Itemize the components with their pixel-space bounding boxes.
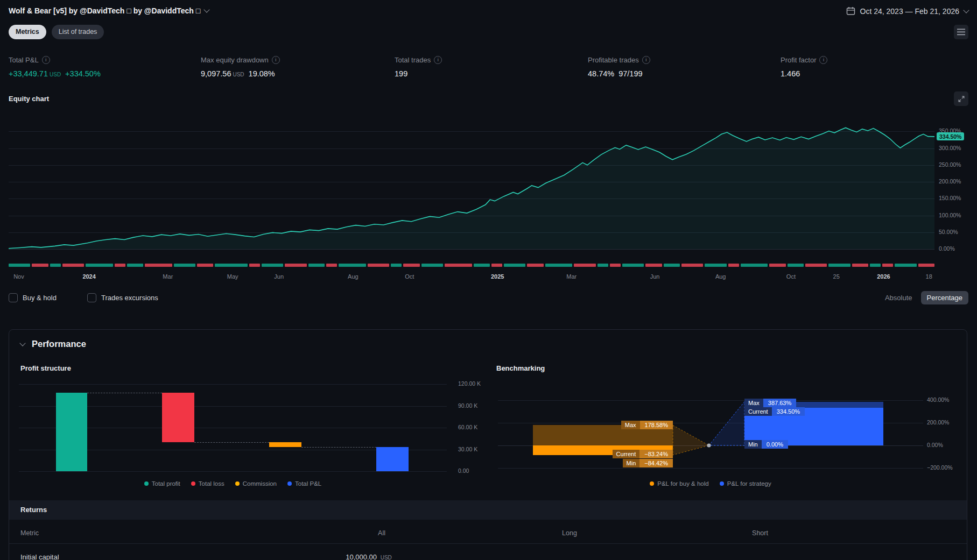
chip-value: −83.24% xyxy=(639,450,673,458)
strategy-connector-triangle xyxy=(709,402,744,445)
buyhold-min-chip: Min−84.42% xyxy=(623,459,673,467)
losing-trade-marker xyxy=(115,264,125,267)
losing-trade-marker xyxy=(852,264,868,267)
legend-dot xyxy=(287,481,292,486)
losing-trade-marker xyxy=(728,264,739,267)
equity-x-axis-label: 2024 xyxy=(82,273,95,280)
profit-structure-legend: Total profit Total loss Commission Total… xyxy=(19,480,447,487)
chip-label: Min xyxy=(744,440,762,449)
chip-value: 334.50% xyxy=(772,407,805,416)
convergence-point-marker xyxy=(707,444,711,448)
benchmarking-legend: P&L for buy & hold P&L for strategy xyxy=(498,480,923,487)
current-value-badge: 334.50% xyxy=(937,132,964,140)
losing-trade-marker xyxy=(681,264,703,267)
chip-label: Max xyxy=(744,399,763,407)
divider xyxy=(9,543,967,544)
legend-label: Total P&L xyxy=(295,480,321,487)
losing-trade-marker xyxy=(882,264,893,267)
legend-label: Commission xyxy=(243,480,277,487)
performance-section-header[interactable]: Performance xyxy=(20,339,86,349)
losing-trade-marker xyxy=(769,264,785,267)
legend-item: P&L for buy & hold xyxy=(650,480,708,487)
equity-x-axis-label: Mar xyxy=(566,273,577,280)
checkbox-label: Buy & hold xyxy=(23,294,57,302)
winning-trade-marker xyxy=(86,264,113,267)
losing-trade-marker xyxy=(285,264,306,267)
performance-title: Performance xyxy=(32,339,86,349)
equity-area-fill xyxy=(9,127,934,249)
equity-x-axis-label: Oct xyxy=(786,273,796,280)
winning-trade-marker xyxy=(474,264,490,267)
losing-trade-marker xyxy=(32,264,48,267)
losing-trade-marker xyxy=(197,264,213,267)
equity-x-axis-label: Jun xyxy=(650,273,660,280)
equity-y-axis-label: 200.00% xyxy=(939,178,961,185)
strategy-min-chip: Min0.00% xyxy=(744,440,788,449)
buy-hold-checkbox[interactable]: Buy & hold xyxy=(9,293,57,302)
equity-x-axis-label: 18 xyxy=(926,273,932,280)
winning-trade-marker xyxy=(308,264,325,267)
winning-trade-marker xyxy=(50,264,61,267)
winning-trade-marker xyxy=(622,264,644,267)
absolute-option[interactable]: Absolute xyxy=(885,294,912,302)
column-header-all: All xyxy=(378,529,385,537)
losing-trade-marker xyxy=(249,264,260,267)
returns-title: Returns xyxy=(20,506,47,514)
legend-dot xyxy=(235,481,240,486)
winning-trade-marker xyxy=(127,264,143,267)
winning-trade-marker xyxy=(788,264,804,267)
winning-trade-marker xyxy=(664,264,680,267)
equity-y-axis-label: 150.00% xyxy=(939,195,961,201)
losing-trade-marker xyxy=(368,264,389,267)
equity-x-axis-label: Aug xyxy=(348,273,359,280)
equity-x-axis-label: May xyxy=(227,273,238,280)
chip-value: 0.00% xyxy=(762,440,788,449)
benchmarking-title: Benchmarking xyxy=(496,364,545,372)
winning-trade-marker xyxy=(895,264,916,267)
losing-trade-marker xyxy=(645,264,662,267)
winning-trade-marker xyxy=(545,264,572,267)
equity-x-axis-label: Oct xyxy=(405,273,414,280)
winning-trade-marker xyxy=(741,264,768,267)
chip-value: −84.42% xyxy=(639,459,673,467)
checkbox-box[interactable] xyxy=(9,293,18,302)
table-row-metric: Initial capital xyxy=(20,553,59,560)
strategy-current-chip: Current334.50% xyxy=(744,407,805,416)
winning-trade-marker xyxy=(421,264,443,267)
buyhold-max-chip: Max178.58% xyxy=(621,421,673,429)
winning-trade-marker xyxy=(598,264,608,267)
legend-item: Commission xyxy=(235,480,277,487)
winning-trade-marker xyxy=(391,264,402,267)
table-row-value: 10,000.00 USD xyxy=(346,553,392,560)
equity-y-axis-label: 100.00% xyxy=(939,212,961,218)
value-unit: USD xyxy=(381,555,392,560)
returns-section-band xyxy=(9,500,967,520)
losing-trade-marker xyxy=(62,264,84,267)
legend-dot xyxy=(144,481,149,486)
equity-x-axis-label: 25 xyxy=(833,273,840,280)
legend-label: P&L for buy & hold xyxy=(657,480,708,487)
equity-x-axis-label: 2026 xyxy=(877,273,890,280)
winning-trade-marker xyxy=(9,264,30,267)
equity-x-axis-label: Jun xyxy=(274,273,284,280)
legend-item: Total profit xyxy=(144,480,180,487)
percentage-option[interactable]: Percentage xyxy=(921,291,969,304)
losing-trade-marker xyxy=(145,264,172,267)
winning-trade-marker xyxy=(215,264,248,267)
chip-label: Current xyxy=(613,450,640,458)
equity-x-axis-label: Aug xyxy=(715,273,726,280)
losing-trade-marker xyxy=(527,264,543,267)
trades-excursions-checkbox[interactable]: Trades excursions xyxy=(87,293,158,302)
checkbox-label: Trades excursions xyxy=(101,294,158,302)
losing-trade-marker xyxy=(326,264,337,267)
chip-value: 178.58% xyxy=(640,421,673,429)
chip-label: Current xyxy=(744,407,772,416)
equity-x-axis-label: Nov xyxy=(13,273,24,280)
buyhold-current-chip: Current−83.24% xyxy=(613,450,673,458)
strategy-max-chip: Max387.63% xyxy=(744,399,796,407)
checkbox-box[interactable] xyxy=(87,293,96,302)
chevron-down-icon xyxy=(19,340,25,346)
legend-label: Total loss xyxy=(199,480,224,487)
losing-trade-marker xyxy=(610,264,621,267)
losing-trade-marker xyxy=(445,264,472,267)
